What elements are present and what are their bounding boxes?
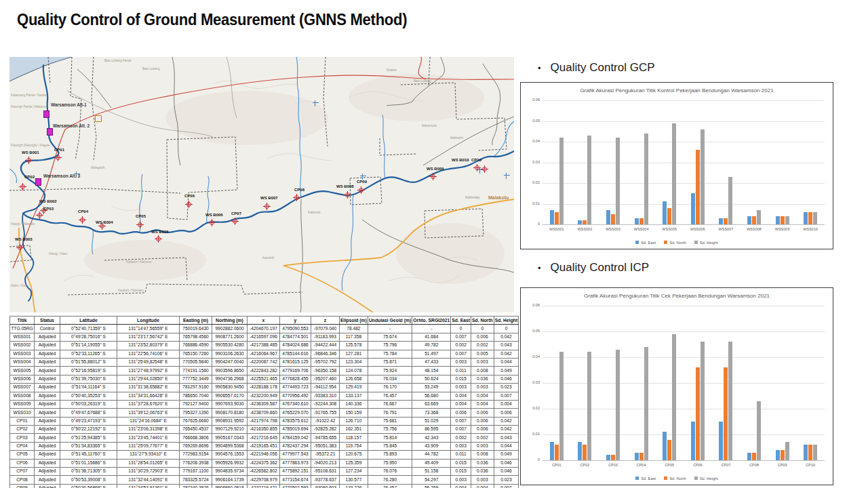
place-name-label: Klalin / Glans: [11, 285, 29, 288]
table-cell: 0°52'40,71359" S: [60, 325, 117, 333]
bar-sd-north: [808, 445, 812, 460]
grid-cross-icon: [504, 173, 510, 179]
table-cell: 766886.4590: [180, 342, 212, 350]
table-cell: 779167.1100: [180, 468, 212, 476]
table-cell: Adjusted: [35, 451, 60, 459]
table-cell: 75.796: [368, 342, 412, 350]
table-cell: 9908170.8180: [212, 409, 248, 417]
gps-point-marker-icon: [54, 154, 62, 161]
table-cell: 0°49'28,75016" S: [60, 333, 117, 341]
table-cell: 0.007: [451, 333, 471, 341]
gps-point-marker-icon: [429, 173, 437, 180]
table-cell: 0.023: [494, 476, 519, 484]
map-point-label: WS B006: [205, 213, 223, 217]
bullet-gcp-label: Quality Control GCP: [551, 61, 655, 75]
table-cell: 4773154.674: [280, 476, 311, 484]
gps-point-marker-icon: [263, 203, 271, 210]
table-cell: 4776828.455: [280, 375, 311, 383]
chart-icp[interactable]: Grafik Akurasi Pengukuran Titik Cek Peke…: [520, 287, 833, 485]
table-cell: 50.624: [412, 375, 451, 383]
table-cell: 0.049: [494, 451, 519, 459]
table-row: WSS008Adjusted0°50'40,35253" S131°34'31,…: [10, 392, 519, 400]
place-name-label: Kaulech / Klamano: [118, 289, 144, 293]
legend-item: Sd. Height: [694, 241, 718, 245]
bar-sd-height: [644, 347, 648, 460]
place-name-label-large: Malakotu: [488, 195, 509, 200]
table-row: WSS003Adjusted0°52'33,11265" S131°22'56,…: [10, 350, 519, 358]
table-cell: 54.297: [412, 476, 451, 484]
table-cell: 4784774.501: [280, 333, 311, 341]
legend-item: Sd. North: [664, 476, 686, 481]
table-cell: 9905530.4280: [212, 342, 248, 350]
table-cell: 0.042: [494, 426, 519, 434]
gridline: [542, 409, 825, 409]
table-cell: 765450.4537: [180, 426, 212, 434]
table-row: WSS006Adjusted0°51'39,75030" S131°29'44,…: [10, 375, 519, 383]
table-cell: -: [412, 325, 451, 333]
map-point-label: CP10: [471, 158, 481, 162]
table-cell: 75.784: [368, 350, 412, 358]
legend-swatch-icon: [635, 241, 639, 244]
place-name-label: Kalasuang Pantai / Sauka: [11, 94, 46, 98]
table-cell: 0.011: [451, 451, 471, 459]
table-cell: 75.681: [368, 417, 412, 425]
place-name-label: Makbelalip: [465, 197, 480, 200]
chart-gcp[interactable]: Grafik Akurasi Pengukuran Titik Kontrol …: [520, 82, 833, 249]
table-cell: 75.674: [368, 333, 412, 341]
gps-point-marker-icon: [208, 219, 216, 226]
table-cell: 127.281: [340, 350, 368, 358]
gridline: [542, 163, 825, 163]
gps-point-marker-icon: [19, 183, 26, 190]
survey-map[interactable]: Warsamson Alt-1Warsamson Alt. 2Warsamson…: [9, 57, 514, 312]
table-cell: 9905167.0343: [212, 434, 248, 442]
table-cell: Adjusted: [35, 484, 60, 488]
map-point-label: CP07: [231, 211, 241, 216]
table-cell: CP05: [10, 451, 35, 459]
column-header: z: [311, 317, 340, 325]
table-cell: 131°24'16,0684" E: [117, 417, 180, 425]
table-cell: -4220087.742: [248, 358, 280, 366]
table-cell: 131°30'29,72903" E: [117, 468, 180, 476]
table-cell: 0.003: [451, 384, 471, 392]
map-point-label: CP08: [294, 188, 304, 192]
table-cell: -91183.993: [311, 333, 340, 341]
table-cell: 0.004: [451, 392, 471, 400]
y-axis-tick-label: 0.02: [522, 181, 540, 185]
chart-legend: Sd. EastSd. NorthSd. Height: [521, 476, 833, 481]
column-header: Latitude: [60, 317, 117, 325]
x-axis-tick-label: WSS004: [627, 228, 656, 232]
table-cell: -95051.383: [311, 442, 340, 450]
table-cell: -4226582.802: [248, 468, 280, 476]
table-cell: 0°50'30,56869" S: [60, 484, 117, 488]
table-cell: WSS001: [10, 333, 35, 341]
table-cell: -92244.308: [311, 400, 340, 408]
table-cell: 0.006: [451, 409, 471, 417]
table-cell: 120.675: [340, 451, 368, 459]
bar-sd-north: [639, 453, 644, 460]
gps-point-marker-icon: [185, 201, 193, 208]
table-cell: 9906164.1739: [212, 476, 248, 484]
table-cell: 0°52'16,95819" S: [60, 367, 117, 375]
table-cell: 0.008: [471, 367, 494, 375]
table-cell: -4221946.056: [248, 451, 280, 459]
table-row: CP08Adjusted0°50'53,39008" S131°32'44,14…: [10, 476, 519, 484]
table-cell: 125.359: [340, 459, 368, 467]
table-cell: 4770956.492: [280, 392, 311, 400]
table-cell: 0.015: [451, 375, 471, 383]
table-cell: 76.076: [368, 468, 412, 476]
bar-sd-east: [606, 210, 610, 224]
table-cell: 0.006: [471, 426, 494, 434]
table-cell: Adjusted: [35, 392, 60, 400]
y-axis-tick-label: 0.02: [522, 407, 540, 411]
place-name-label: Makantudu: [422, 125, 437, 128]
bullet-icp: • Quality Control ICP: [538, 261, 649, 274]
table-cell: Adjusted: [35, 476, 60, 484]
table-cell: 4784159.042: [280, 434, 311, 442]
table-cell: 0°49'47,67688" S: [60, 409, 117, 417]
table-cell: -91022.42: [311, 417, 340, 425]
coordinates-table[interactable]: TitikStatusLatitudeLongitudeEasting (m)N…: [9, 316, 519, 488]
table-cell: 47.433: [412, 358, 451, 366]
map-point-label: WS B008: [336, 184, 354, 188]
table-cell: 4770502.593: [280, 484, 311, 488]
grid-cross-icon: [477, 167, 484, 174]
